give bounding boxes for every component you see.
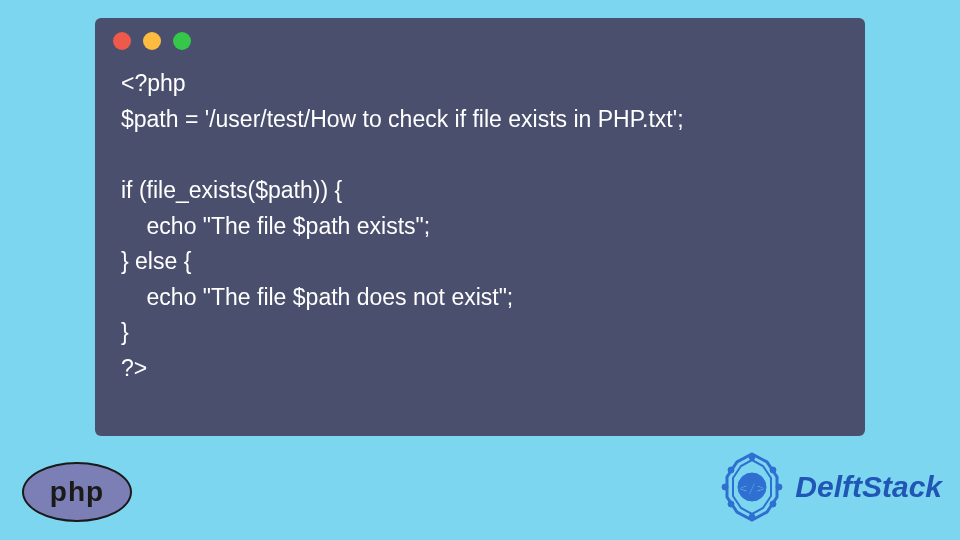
window-titlebar: [95, 18, 865, 58]
brand-logo: </> DelftStack: [717, 452, 942, 522]
svg-text:</>: </>: [740, 480, 765, 496]
php-ellipse-icon: php: [22, 462, 132, 522]
svg-point-8: [749, 514, 755, 520]
minimize-icon: [143, 32, 161, 50]
code-block: <?php $path = '/user/test/How to check i…: [95, 58, 865, 403]
maximize-icon: [173, 32, 191, 50]
brand-name: DelftStack: [795, 470, 942, 504]
svg-point-6: [776, 484, 782, 490]
svg-point-11: [728, 467, 734, 473]
svg-point-4: [749, 454, 755, 460]
delftstack-icon: </>: [717, 452, 787, 522]
close-icon: [113, 32, 131, 50]
code-window: <?php $path = '/user/test/How to check i…: [95, 18, 865, 436]
php-language-badge: php: [22, 462, 132, 522]
svg-point-5: [770, 467, 776, 473]
php-label: php: [50, 476, 104, 508]
svg-point-7: [770, 501, 776, 507]
svg-point-10: [722, 484, 728, 490]
svg-point-9: [728, 501, 734, 507]
